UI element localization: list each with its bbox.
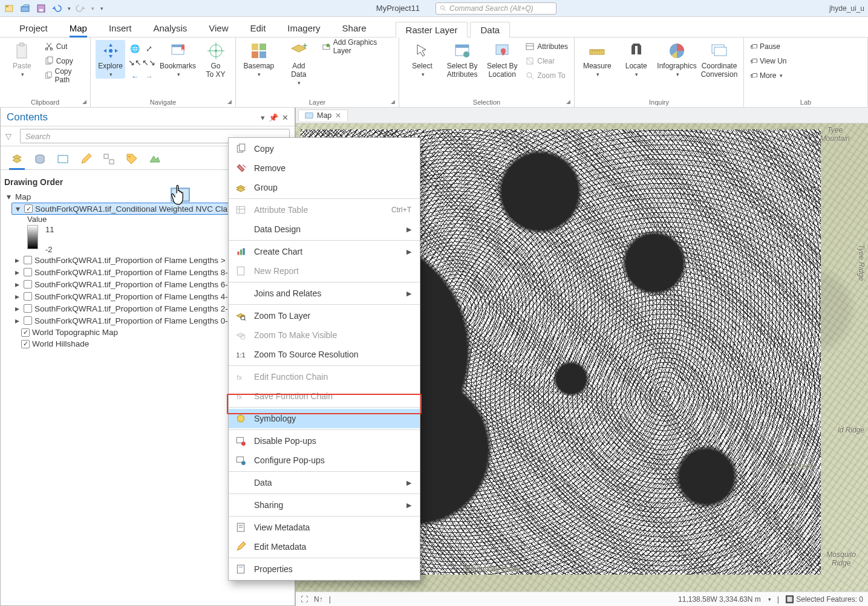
ctx-view-metadata[interactable]: View Metadata [229,518,420,537]
layer-checkbox[interactable] [24,292,32,301]
zoom-to-button[interactable]: Zoom To [524,69,569,82]
locate-button[interactable]: Locate▾ [619,40,654,79]
zoom-out-icon[interactable]: ↖↘ [143,56,155,68]
svg-rect-63 [240,144,245,151]
close-map-tab-icon[interactable]: ✕ [335,111,341,120]
paste-button[interactable]: Paste▾ [5,40,39,79]
cut-button[interactable]: Cut [43,40,85,53]
view-unplaced-button[interactable]: 🏷 View Un [749,54,788,68]
zoom-sel-icon[interactable]: ⤢ [143,42,155,54]
basemap-button[interactable]: Basemap▾ [241,40,277,79]
ctx-edit-function-chain: fxEdit Function Chain [229,367,420,386]
svg-rect-91 [237,565,244,573]
list-snapping-icon[interactable] [101,151,117,167]
layer-checkbox[interactable] [24,268,32,276]
tab-share[interactable]: Share [331,19,377,37]
add-graphics-layer-button[interactable]: Add Graphics Layer [321,40,394,53]
redo-dropdown[interactable]: ▾ [91,5,94,11]
ctx-create-chart[interactable]: Create Chart▶ [229,242,420,261]
tab-project[interactable]: Project [8,19,59,37]
filter-icon[interactable]: ▽ [5,132,16,141]
layer-checkbox[interactable] [21,340,30,348]
ctx-edit-metadata[interactable]: Edit Metadata [229,537,420,556]
clear-button[interactable]: Clear [524,54,569,68]
layer-checkbox[interactable] [24,316,32,325]
pane-options-icon[interactable]: ▾ [261,113,265,122]
select-by-location-button[interactable]: Select By Location [484,40,520,80]
svg-point-34 [463,51,469,57]
redo-icon[interactable] [74,2,86,15]
tab-data[interactable]: Data [470,22,510,37]
bookmarks-button[interactable]: Bookmarks▾ [158,40,197,79]
new-project-icon[interactable] [4,2,16,15]
open-project-icon[interactable] [19,2,31,15]
select-by-attributes-button[interactable]: Select By Attributes [444,40,480,80]
ctx-copy[interactable]: Copy [229,139,420,158]
command-search[interactable]: Command Search (Alt+Q) [436,2,556,15]
svg-rect-25 [259,44,266,50]
infographics-button[interactable]: Infographics▾ [658,40,696,79]
explore-button[interactable]: Explore▾ [96,40,125,79]
list-labeling-icon[interactable] [124,151,140,167]
measure-button[interactable]: Measure▾ [579,40,615,79]
full-extent-icon[interactable]: 🌐 [129,42,141,54]
attributes-button[interactable]: Attributes [524,40,569,53]
list-data-source-icon[interactable] [32,151,48,167]
constraint-icon[interactable]: ⛶ [301,595,308,604]
svg-point-59 [129,156,131,158]
list-editing-icon[interactable] [78,151,94,167]
ctx-data[interactable]: Data▶ [229,473,420,492]
north-arrow-icon[interactable]: N↑ [314,595,323,604]
layer-checkbox[interactable] [24,304,32,313]
tab-raster-layer[interactable]: Raster Layer [396,22,468,37]
tab-edit[interactable]: Edit [240,19,277,37]
ctx-joins-and-relates[interactable]: Joins and Relates▶ [229,284,420,303]
close-pane-icon[interactable]: ✕ [282,113,289,122]
ctx-group[interactable]: Group [229,178,420,197]
ctx-configure-pop-ups[interactable]: Configure Pop-ups [229,451,420,470]
qat-customize[interactable]: ▾ [100,5,103,11]
pause-labels-button[interactable]: 🏷 Pause [749,40,788,53]
copy-path-button[interactable]: Copy Path [43,69,85,82]
tab-insert[interactable]: Insert [98,19,143,37]
add-data-button[interactable]: + Add Data▾ [281,40,317,87]
goto-xy-button[interactable]: Go To XY [201,40,230,80]
prev-extent-icon[interactable]: ← [129,70,141,82]
ctx-data-design[interactable]: Data Design▶ [229,220,420,239]
layer-checkbox[interactable] [24,256,32,264]
ctx-symbology[interactable]: Symbology [229,409,420,428]
layer-checkbox[interactable] [21,328,30,337]
tab-imagery[interactable]: Imagery [276,19,331,37]
tab-map[interactable]: Map [59,19,98,37]
undo-dropdown[interactable]: ▾ [68,5,71,11]
label-ld-ridge: ld Ridge [838,426,864,434]
ctx-sharing[interactable]: Sharing▶ [229,495,420,515]
layer-checkbox[interactable] [24,204,33,213]
color-ramp [27,225,38,249]
svg-point-31 [326,44,330,47]
save-icon[interactable] [35,2,47,15]
ctx-remove[interactable]: Remove [229,158,420,178]
ctx-zoom-to-source-resolution[interactable]: 1:1Zoom To Source Resolution [229,345,420,364]
ctx-disable-pop-ups[interactable]: Disable Pop-ups [229,431,420,451]
tab-analysis[interactable]: Analysis [142,19,198,37]
list-selection-icon[interactable] [55,151,71,167]
coord-conversion-button[interactable]: Coordinate Conversion [700,40,739,80]
select-button[interactable]: Select▾ [404,40,440,79]
svg-text:1:1: 1:1 [236,351,246,359]
list-drawing-order-icon[interactable] [9,151,25,167]
layer-checkbox[interactable] [24,280,32,288]
undo-icon[interactable] [51,2,63,15]
next-extent-icon[interactable]: → [143,70,155,82]
list-perspective-icon[interactable] [147,151,163,167]
svg-line-41 [531,77,534,79]
zoom-in-icon[interactable]: ↘↖ [129,56,141,68]
tab-view[interactable]: View [198,19,239,37]
copy-button[interactable]: Copy [43,54,85,68]
user-label[interactable]: jhyde_ui_u [829,4,864,13]
ctx-properties[interactable]: Properties [229,559,420,579]
pin-icon[interactable]: 📌 [269,113,278,122]
map-tab[interactable]: Map ✕ [298,109,348,121]
more-labeling-button[interactable]: 🏷 More▾ [749,69,788,82]
ctx-zoom-to-layer[interactable]: Zoom To Layer [229,306,420,325]
